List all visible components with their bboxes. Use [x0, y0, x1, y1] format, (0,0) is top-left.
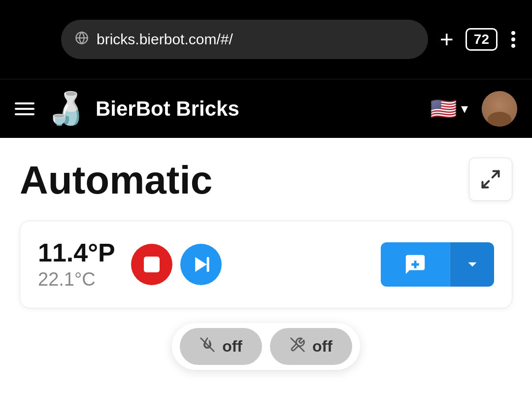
home-button[interactable]: [15, 22, 49, 57]
main-content: Automatic 11.4°P 22.1°C: [0, 138, 532, 370]
page-title-row: Automatic: [20, 158, 512, 203]
card-controls: [131, 244, 222, 285]
language-dropdown-button[interactable]: ▾: [461, 100, 468, 117]
bottom-pills-container: off off: [20, 323, 512, 370]
svg-line-9: [291, 338, 304, 352]
tab-count-badge[interactable]: 72: [466, 28, 498, 51]
site-info-icon: [75, 31, 89, 48]
pill-button-2[interactable]: off: [270, 328, 352, 365]
skip-button[interactable]: [180, 244, 222, 285]
stop-button[interactable]: [131, 244, 172, 285]
browser-menu-button[interactable]: [509, 27, 517, 52]
pill-1-label: off: [222, 337, 242, 356]
pill-2-label: off: [312, 337, 332, 356]
sensor-card: 11.4°P 22.1°C: [20, 221, 512, 308]
home-icon: [15, 22, 49, 57]
stop-icon: [144, 257, 160, 272]
fullscreen-button[interactable]: [469, 158, 512, 201]
chevron-down-icon: [464, 256, 481, 273]
action-dropdown-button[interactable]: [450, 242, 494, 287]
svg-rect-5: [206, 257, 209, 272]
address-bar[interactable]: bricks.bierbot.com/#/: [61, 20, 428, 59]
hamburger-menu-button[interactable]: [15, 102, 34, 115]
skip-icon: [191, 255, 211, 274]
svg-line-8: [201, 338, 214, 352]
app-header: 🍶 BierBot Bricks 🇺🇸 ▾: [0, 79, 532, 138]
add-record-icon: [404, 253, 427, 276]
pill-2-icon: [290, 337, 305, 356]
pill-button-1[interactable]: off: [180, 328, 262, 365]
action-btn-group: [381, 242, 494, 287]
language-flag: 🇺🇸: [430, 96, 457, 122]
new-tab-button[interactable]: +: [440, 28, 454, 51]
page-title: Automatic: [20, 158, 212, 203]
user-avatar[interactable]: [482, 91, 517, 127]
fullscreen-icon: [480, 168, 501, 190]
card-readings: 11.4°P 22.1°C: [38, 239, 115, 290]
temp-reading: 22.1°C: [38, 269, 115, 290]
plato-reading: 11.4°P: [38, 239, 115, 267]
add-record-button[interactable]: [381, 242, 450, 287]
pill-wrap: off off: [172, 323, 360, 370]
app-logo: 🍶: [46, 89, 86, 129]
pill-1-icon: [200, 337, 215, 356]
url-text: bricks.bierbot.com/#/: [97, 31, 414, 48]
svg-marker-4: [195, 257, 206, 272]
app-title: BierBot Bricks: [96, 97, 430, 121]
browser-bar: bricks.bierbot.com/#/ + 72: [0, 0, 532, 79]
avatar-image: [482, 91, 517, 127]
